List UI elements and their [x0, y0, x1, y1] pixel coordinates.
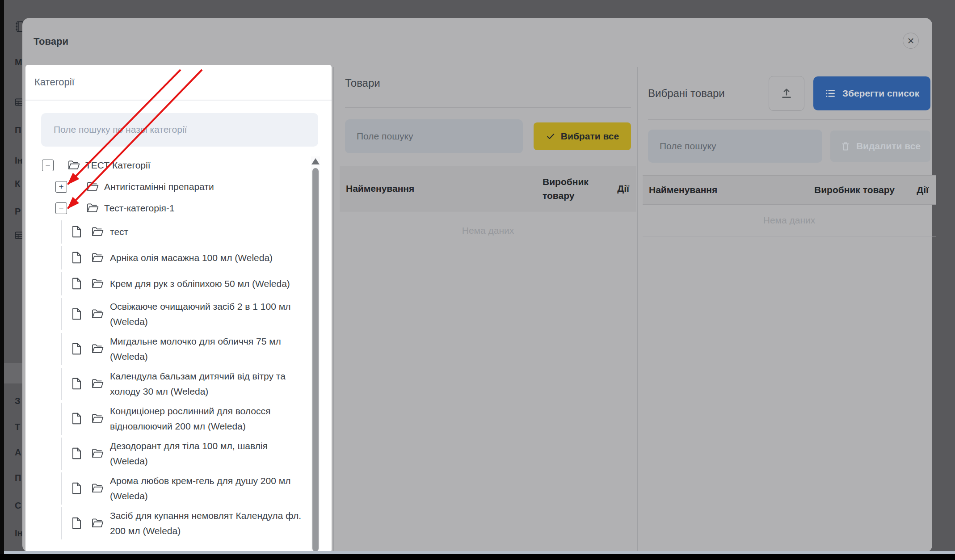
collapse-icon[interactable]: −	[55, 202, 67, 214]
category-tree-leaf[interactable]: Засіб для купання немовлят Календула фл.…	[42, 506, 305, 541]
screen-edge	[0, 554, 955, 560]
folder-open-icon	[87, 181, 99, 192]
screen-edge	[0, 0, 4, 560]
category-label: Крем для рук з обліпихою 50 мл (Weleda)	[110, 276, 290, 291]
list-icon	[825, 88, 836, 99]
delete-all-label: Видалити все	[856, 141, 921, 152]
divider	[648, 119, 930, 120]
category-tree-leaf[interactable]: Кондиціонер рослинний для волосся віднов…	[42, 401, 305, 436]
backdrop-menu-item: П	[15, 473, 21, 483]
products-title: Товари	[345, 77, 631, 89]
category-tree-branch[interactable]: +Антигістамінні препарати	[42, 176, 305, 198]
category-tree-leaf[interactable]: тест	[42, 219, 305, 245]
products-table-header: Найменування Виробник товару Дії	[340, 166, 636, 211]
selected-table-header: Найменування Виробник товару Дії	[643, 175, 936, 205]
folder-open-icon	[92, 379, 104, 389]
export-button[interactable]	[769, 76, 804, 111]
close-button[interactable]: ×	[903, 33, 919, 49]
category-tree-leaf[interactable]: Арома любов крем-гель для душу 200 мл (W…	[42, 471, 305, 506]
file-icon	[72, 447, 82, 459]
categories-search	[41, 113, 318, 147]
category-label: Арніка олія масажна 100 мл (Weleda)	[110, 250, 273, 265]
column-actions: Дії	[600, 183, 636, 194]
scroll-up-icon[interactable]	[311, 158, 320, 164]
products-search-input[interactable]	[345, 119, 523, 153]
category-label: Освіжаюче очищаючий засіб 2 в 1 100 мл (…	[110, 299, 305, 329]
selected-table: Найменування Виробник товару Дії Нема да…	[643, 175, 936, 236]
category-tree-branch[interactable]: −ТЕСТ Категорії	[42, 155, 305, 176]
category-tree-leaf[interactable]: Крем для рук з обліпихою 50 мл (Weleda)	[42, 271, 305, 297]
scrollbar-thumb[interactable]	[312, 168, 319, 552]
app-bottom-edge	[0, 551, 955, 554]
selected-products-panel: Вибрані товари Зберегти список	[638, 67, 932, 552]
backdrop-menu-item: Т	[15, 422, 20, 432]
category-label: Календула бальзам дитячий від вітру та х…	[110, 369, 305, 399]
folder-open-icon	[92, 344, 104, 354]
selected-empty-state: Нема даних	[643, 205, 936, 236]
delete-all-button: Видалити все	[830, 131, 930, 162]
category-tree-leaf[interactable]: Дезодорант для тіла 100 мл, шавлія (Wele…	[42, 436, 305, 471]
selected-search-input[interactable]	[648, 130, 822, 163]
backdrop-menu-item: Р	[15, 206, 21, 217]
column-name: Найменування	[643, 185, 814, 195]
folder-open-icon	[68, 160, 80, 170]
folder-open-icon	[92, 309, 104, 319]
divider	[25, 100, 332, 101]
screen: МПІнКРЗТАПСІн Товари × Товари Вибрати вс…	[0, 0, 955, 560]
category-label: Тест-категорія-1	[104, 203, 175, 214]
backdrop-menu-item: К	[15, 179, 20, 189]
divider	[345, 107, 631, 108]
category-label: Кондиціонер рослинний для волосся віднов…	[110, 404, 305, 434]
column-manufacturer: Виробник товару	[543, 175, 600, 202]
category-tree-leaf[interactable]: Календула бальзам дитячий від вітру та х…	[42, 366, 305, 401]
check-icon	[546, 131, 555, 141]
save-list-label: Зберегти список	[842, 88, 919, 99]
products-panel: Товари Вибрати все Найменування Виробник…	[334, 67, 637, 552]
file-icon	[72, 517, 82, 529]
expand-icon[interactable]: +	[55, 181, 67, 193]
category-label: ТЕСТ Категорії	[85, 160, 151, 171]
products-empty-state: Нема даних	[340, 211, 636, 250]
categories-search-input[interactable]	[41, 113, 318, 147]
category-tree-branch[interactable]: −Тест-категорія-1	[42, 198, 305, 219]
selected-title: Вибрані товари	[648, 87, 769, 100]
select-all-label: Вибрати все	[561, 131, 619, 142]
backdrop-menu-item: Ін	[15, 156, 23, 166]
scrollbar	[311, 156, 320, 552]
folder-open-icon	[92, 483, 104, 493]
file-icon	[72, 378, 82, 390]
backdrop-menu-item: П	[15, 125, 21, 135]
file-icon	[72, 482, 82, 494]
modal-title: Товари	[34, 36, 68, 47]
category-tree-leaf[interactable]: Мигдальне молочко для обличчя 75 мл (Wel…	[42, 332, 305, 366]
backdrop-menu-item: Ін	[15, 528, 23, 539]
category-tree: −ТЕСТ Категорії+Антигістамінні препарати…	[25, 155, 332, 541]
category-label: Дезодорант для тіла 100 мл, шавлія (Wele…	[110, 438, 305, 469]
file-icon	[72, 226, 82, 238]
categories-panel: Категорії −ТЕСТ Категорії+Антигістамінні…	[25, 65, 332, 552]
backdrop-menu-item: А	[15, 447, 21, 458]
save-list-button[interactable]: Зберегти список	[813, 76, 930, 110]
backdrop-menu-item: С	[15, 501, 21, 511]
file-icon	[72, 252, 82, 264]
backdrop-menu-item: М	[15, 57, 22, 67]
column-actions: Дії	[904, 185, 936, 195]
products-search	[345, 119, 523, 153]
folder-open-icon	[92, 448, 104, 459]
file-icon	[72, 343, 82, 355]
category-tree-leaf[interactable]: Арніка олія масажна 100 мл (Weleda)	[42, 245, 305, 271]
category-label: Мигдальне молочко для обличчя 75 мл (Wel…	[110, 334, 305, 364]
folder-open-icon	[92, 227, 104, 237]
selected-search	[648, 130, 822, 163]
folder-open-icon	[92, 253, 104, 263]
categories-title: Категорії	[34, 76, 323, 88]
category-label: Засіб для купання немовлят Календула фл.…	[110, 508, 305, 539]
upload-icon	[780, 87, 793, 100]
trash-icon	[840, 141, 851, 152]
select-all-button[interactable]: Вибрати все	[534, 122, 631, 150]
category-tree-leaf[interactable]: Освіжаюче очищаючий засіб 2 в 1 100 мл (…	[42, 297, 305, 332]
close-icon: ×	[907, 35, 914, 46]
collapse-icon[interactable]: −	[42, 160, 54, 171]
column-name: Найменування	[340, 183, 543, 194]
category-label: Арома любов крем-гель для душу 200 мл (W…	[110, 473, 305, 504]
